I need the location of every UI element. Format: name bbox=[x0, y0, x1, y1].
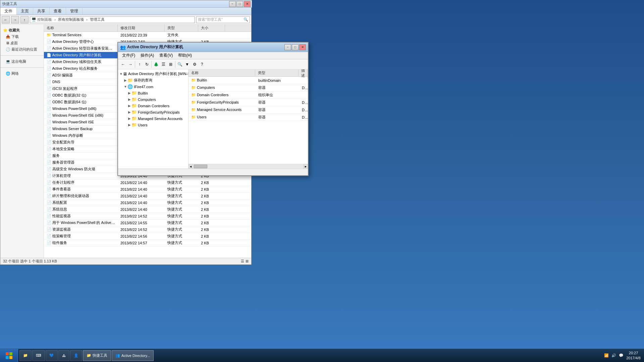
file-row[interactable]: 📄 系统信息 2013/8/22 14:40 快捷方式 2 KB bbox=[44, 206, 251, 213]
file-row[interactable]: 📄 资源监视器 2013/8/22 14:52 快捷方式 2 KB bbox=[44, 226, 251, 233]
ad-menu-view[interactable]: 查看(V) bbox=[157, 52, 175, 59]
file-row[interactable]: 📄 组策略管理 2013/8/22 14:56 快捷方式 2 KB bbox=[44, 233, 251, 240]
tab-home[interactable]: 主页 bbox=[17, 8, 33, 15]
tray-network-icon[interactable]: 📶 bbox=[604, 353, 609, 358]
ad-menu-file[interactable]: 文件(F) bbox=[119, 52, 138, 59]
tree-item-domain[interactable]: ▼ 🌐 IFire47.com bbox=[118, 83, 188, 90]
ad-table-row[interactable]: 📁 Builtin builtinDomain bbox=[189, 77, 308, 84]
up-button[interactable]: ↑ bbox=[20, 16, 29, 23]
file-row[interactable]: 📄 组件服务 2013/8/22 14:57 快捷方式 2 KB bbox=[44, 240, 251, 246]
forward-button[interactable]: → bbox=[11, 16, 19, 23]
ad-tb-search[interactable]: 🔍 bbox=[176, 61, 183, 68]
tab-view[interactable]: 查看 bbox=[50, 8, 66, 15]
taskbar-ad-icon[interactable]: 👤 bbox=[70, 350, 82, 361]
tree-item-root[interactable]: ▼ 🖥 Active Directory 用户和计算机 [WIN-SFD358T… bbox=[118, 71, 188, 77]
ad-tb-help[interactable]: ? bbox=[198, 61, 206, 68]
tree-item-builtin[interactable]: ▶ 📁 Builtin bbox=[118, 90, 188, 96]
start-button[interactable] bbox=[0, 349, 18, 362]
ad-tb-forward[interactable]: → bbox=[127, 61, 134, 68]
tree-item-msa[interactable]: ▶ 📁 Managed Service Accounts bbox=[118, 115, 188, 122]
sidebar-item-thispc[interactable]: 💻 这台电脑 bbox=[0, 58, 44, 65]
ad-cell-type: 容器 bbox=[256, 107, 299, 112]
file-cell-name: 📄 系统信息 bbox=[44, 207, 118, 212]
taskbar-app-explorer[interactable]: 📁 快捷工具 bbox=[83, 350, 111, 361]
close-button[interactable]: ✕ bbox=[244, 1, 251, 7]
sidebar-item-recent[interactable]: 🕐 最近访问的位置 bbox=[0, 46, 44, 53]
minimize-button[interactable]: − bbox=[229, 1, 236, 7]
tree-item-fsp[interactable]: ▶ 📁 ForeignSecurityPrincipals bbox=[118, 109, 188, 115]
file-row[interactable]: 📄 任务计划程序 2013/8/22 14:40 快捷方式 2 KB bbox=[44, 179, 251, 186]
tab-file[interactable]: 文件 bbox=[0, 8, 17, 15]
tray-volume-icon[interactable]: 🔊 bbox=[611, 353, 616, 358]
ad-close-button[interactable]: ✕ bbox=[299, 44, 306, 50]
taskbar-explorer-icon[interactable]: 📁 bbox=[19, 350, 32, 361]
tray-notification-icon[interactable]: 💬 bbox=[619, 353, 624, 358]
ad-tb-back[interactable]: ← bbox=[119, 61, 127, 68]
ad-tb-filter[interactable]: ▼ bbox=[183, 61, 191, 68]
file-cell-name: 📄 Active Directory 用户和计算机 bbox=[44, 53, 118, 58]
file-cell-type: 快捷方式 bbox=[165, 207, 198, 212]
list-view-button[interactable]: ☰ bbox=[241, 259, 244, 263]
icon-view-button[interactable]: ⊞ bbox=[246, 259, 249, 263]
ad-tb-up[interactable]: ↑ bbox=[136, 61, 143, 68]
col-name-header[interactable]: 名称 bbox=[44, 24, 118, 32]
file-cell-size: 2 KB bbox=[198, 234, 225, 238]
file-row[interactable]: 📄 用于 Windows PowerShell 的 Active D... 20… bbox=[44, 220, 251, 226]
ad-cell-name: 📁 Builtin bbox=[189, 78, 256, 82]
sidebar-item-desktop[interactable]: 🖥 桌面 bbox=[0, 40, 44, 46]
col-date-header[interactable]: 修改日期 bbox=[118, 24, 165, 32]
ad-table-row[interactable]: 📁 Computers 容器 Default container for ... bbox=[189, 84, 308, 92]
ad-tb-refresh[interactable]: ↻ bbox=[143, 61, 151, 68]
tab-share[interactable]: 共享 bbox=[33, 8, 50, 15]
tree-item-computers[interactable]: ▶ 📁 Computers bbox=[118, 96, 188, 103]
tree-item-users[interactable]: ▶ 📁 Users bbox=[118, 122, 188, 128]
file-row[interactable]: 📄 性能监视器 2013/8/22 14:52 快捷方式 2 KB bbox=[44, 213, 251, 220]
file-cell-size: 2 KB bbox=[198, 201, 225, 205]
tab-manage[interactable]: 管理 bbox=[66, 8, 83, 15]
tree-computers-label: Computers bbox=[138, 98, 156, 102]
taskbar-app-ad[interactable]: 👥 Active Directory... bbox=[112, 350, 154, 361]
clock[interactable]: 20:27 2017/4/8 bbox=[626, 351, 641, 360]
file-cell-date: 2013/8/22 14:40 bbox=[118, 201, 165, 205]
taskbar-ps-icon[interactable]: 💙 bbox=[46, 350, 58, 361]
ad-menu-help[interactable]: 帮助(H) bbox=[175, 52, 195, 59]
ad-table-row[interactable]: 📁 Managed Service Accounts 容器 Default co… bbox=[189, 106, 308, 114]
col-type-header[interactable]: 类型 bbox=[165, 24, 198, 32]
ad-tb-tree[interactable]: 🌲 bbox=[152, 61, 160, 68]
col-size-header[interactable]: 大小 bbox=[198, 24, 225, 32]
ad-table-row[interactable]: 📁 Domain Controllers 组织单位 bbox=[189, 92, 308, 99]
ad-restore-button[interactable]: □ bbox=[292, 44, 299, 50]
search-box[interactable]: 搜索"管理工具" 🔍 bbox=[196, 16, 250, 23]
ad-col-name-header[interactable]: 名称 bbox=[189, 70, 255, 76]
ad-tb-settings[interactable]: ⚙ bbox=[191, 61, 198, 68]
restore-button[interactable]: □ bbox=[236, 1, 243, 7]
nav-bar: ← → ↑ 🖥️ 控制面板 › 所有控制面板项 › 管理工具 搜索"管理工具" … bbox=[0, 15, 251, 24]
sidebar-item-network[interactable]: 🌐 网络 bbox=[0, 70, 44, 77]
ad-tb-detail[interactable]: ⊞ bbox=[167, 61, 174, 68]
ad-scrollbar-h[interactable]: ◄ ► bbox=[189, 164, 308, 169]
ad-menu-action[interactable]: 操作(A) bbox=[138, 52, 157, 59]
ad-minimize-button[interactable]: − bbox=[284, 44, 291, 50]
address-bar[interactable]: 🖥️ 控制面板 › 所有控制面板项 › 管理工具 bbox=[30, 16, 195, 23]
file-row[interactable]: 📄 系统配置 2013/8/22 14:40 快捷方式 2 KB bbox=[44, 199, 251, 206]
ad-tb-list[interactable]: ☰ bbox=[160, 61, 167, 68]
back-button[interactable]: ← bbox=[2, 16, 10, 23]
file-icon: 📄 bbox=[47, 86, 51, 90]
file-row[interactable]: 📄 事件查看器 2013/8/22 14:40 快捷方式 2 KB bbox=[44, 186, 251, 193]
file-cell-date: 2013/8/22 14:40 bbox=[118, 181, 165, 185]
ad-table-row[interactable]: 📁 ForeignSecurityPrincipals 容器 Default c… bbox=[189, 99, 308, 106]
tree-item-dc[interactable]: ▶ 📁 Domain Controllers bbox=[118, 103, 188, 109]
file-row[interactable]: 📄 碎片整理和优化驱动器 2013/8/22 14:40 快捷方式 2 KB bbox=[44, 193, 251, 199]
ad-col-type-header[interactable]: 类型 bbox=[255, 70, 299, 76]
taskbar-server-icon[interactable]: 🖧 bbox=[58, 350, 69, 361]
tree-item-saved-queries[interactable]: ▶ 📁 保存的查询 bbox=[118, 77, 188, 83]
file-cell-date: 2013/8/22 14:55 bbox=[118, 221, 165, 225]
sidebar-item-downloads[interactable]: 📥 下载 bbox=[0, 34, 44, 40]
ad-scroll-thumb[interactable] bbox=[194, 165, 207, 168]
file-row[interactable]: 📁 Terminal Services 2013/8/22 23:39 文件夹 bbox=[44, 32, 251, 39]
ad-scroll-right[interactable]: ► bbox=[303, 164, 308, 169]
taskbar-cmd-icon[interactable]: ⌨ bbox=[32, 350, 45, 361]
tree-root-label: Active Directory 用户和计算机 [WIN-SFD358TVG bbox=[128, 71, 189, 76]
ad-table-row[interactable]: 📁 Users 容器 Default container for ... bbox=[189, 114, 308, 121]
ad-scroll-left[interactable]: ◄ bbox=[189, 164, 193, 169]
